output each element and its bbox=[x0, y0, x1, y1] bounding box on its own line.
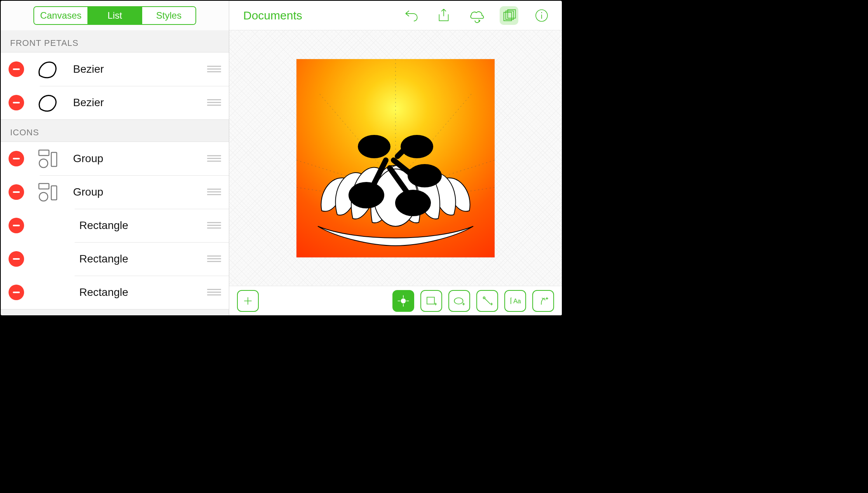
drag-handle-icon[interactable] bbox=[207, 222, 221, 229]
list-item-label: Bezier bbox=[73, 63, 207, 75]
segmented-control-wrap: Canvases List Styles bbox=[1, 1, 229, 30]
drag-handle-icon[interactable] bbox=[207, 66, 221, 73]
list-item-label: Rectangle bbox=[79, 219, 207, 232]
documents-button[interactable]: Documents bbox=[243, 9, 302, 22]
ellipse-tool[interactable] bbox=[448, 290, 470, 312]
info-button[interactable] bbox=[532, 6, 551, 25]
drag-handle-icon[interactable] bbox=[207, 189, 221, 196]
top-toolbar: Documents bbox=[229, 1, 562, 30]
minus-icon bbox=[13, 191, 20, 193]
svg-rect-5 bbox=[51, 186, 57, 200]
list-item[interactable]: Bezier bbox=[1, 86, 229, 119]
group-icon bbox=[35, 181, 60, 203]
minus-icon bbox=[13, 292, 20, 293]
selection-tool[interactable] bbox=[392, 290, 414, 312]
delete-button[interactable] bbox=[9, 95, 24, 110]
delete-button[interactable] bbox=[9, 218, 24, 233]
drag-handle-icon[interactable] bbox=[207, 99, 221, 106]
group-icon bbox=[35, 148, 60, 170]
svg-point-14 bbox=[349, 182, 384, 208]
minus-icon bbox=[13, 102, 20, 103]
svg-point-23 bbox=[401, 298, 406, 303]
list-item-label: Group bbox=[73, 186, 207, 198]
drag-handle-icon[interactable] bbox=[207, 255, 221, 262]
undo-button[interactable] bbox=[402, 6, 420, 25]
svg-point-10 bbox=[541, 12, 542, 13]
svg-text:Aa: Aa bbox=[513, 298, 521, 304]
layer-list: FRONT PETALS Bezier Bezier bbox=[1, 30, 229, 315]
svg-point-12 bbox=[401, 135, 433, 158]
list-item[interactable]: Rectangle bbox=[1, 209, 229, 242]
minus-icon bbox=[13, 225, 20, 226]
cloud-sync-button[interactable] bbox=[467, 6, 486, 25]
list-item[interactable]: Rectangle bbox=[1, 242, 229, 276]
delete-button[interactable] bbox=[9, 184, 24, 200]
canvases-button[interactable] bbox=[500, 6, 518, 25]
text-tool[interactable]: Aa bbox=[504, 290, 526, 312]
list-item-label: Group bbox=[73, 152, 207, 165]
segmented-control: Canvases List Styles bbox=[33, 6, 196, 25]
section-header-icons: ICONS bbox=[1, 120, 229, 142]
bezier-petal-icon bbox=[35, 92, 60, 114]
segment-canvases[interactable]: Canvases bbox=[34, 7, 87, 24]
list-item-label: Rectangle bbox=[79, 286, 207, 299]
delete-button[interactable] bbox=[9, 285, 24, 300]
list-item[interactable]: Rectangle bbox=[1, 276, 229, 309]
svg-point-4 bbox=[39, 192, 48, 201]
minus-icon bbox=[13, 158, 20, 159]
svg-line-19 bbox=[397, 150, 403, 156]
add-button[interactable] bbox=[237, 290, 259, 312]
svg-rect-3 bbox=[39, 184, 49, 189]
line-tool[interactable] bbox=[476, 290, 498, 312]
delete-button[interactable] bbox=[9, 251, 24, 267]
drag-handle-icon[interactable] bbox=[207, 289, 221, 296]
list-item-label: Rectangle bbox=[79, 253, 207, 265]
list-item[interactable]: Bezier bbox=[1, 52, 229, 86]
list-item-label: Bezier bbox=[73, 96, 207, 109]
svg-rect-2 bbox=[51, 152, 57, 166]
canvas-area[interactable] bbox=[229, 30, 562, 286]
freehand-tool[interactable] bbox=[532, 290, 554, 312]
delete-button[interactable] bbox=[9, 151, 24, 166]
drag-handle-icon[interactable] bbox=[207, 155, 221, 162]
svg-point-25 bbox=[454, 298, 463, 304]
sidebar: Canvases List Styles FRONT PETALS Bezier bbox=[1, 1, 229, 315]
segment-styles[interactable]: Styles bbox=[141, 7, 195, 24]
minus-icon bbox=[13, 258, 20, 260]
share-button[interactable] bbox=[434, 6, 453, 25]
list-item[interactable]: Group bbox=[1, 142, 229, 175]
segment-list[interactable]: List bbox=[87, 7, 141, 24]
svg-rect-24 bbox=[427, 297, 434, 304]
section-header-front-petals: FRONT PETALS bbox=[1, 30, 229, 52]
list-item[interactable]: Group bbox=[1, 175, 229, 209]
artwork-canvas[interactable] bbox=[296, 59, 495, 257]
bezier-petal-icon bbox=[35, 58, 60, 80]
rectangle-tool[interactable] bbox=[420, 290, 442, 312]
minus-icon bbox=[13, 68, 20, 70]
svg-point-1 bbox=[39, 159, 48, 168]
bottom-toolbar: Aa bbox=[229, 286, 562, 315]
svg-rect-0 bbox=[39, 150, 49, 156]
svg-point-11 bbox=[358, 135, 390, 158]
main-pane: Documents bbox=[229, 1, 562, 315]
delete-button[interactable] bbox=[9, 61, 24, 77]
